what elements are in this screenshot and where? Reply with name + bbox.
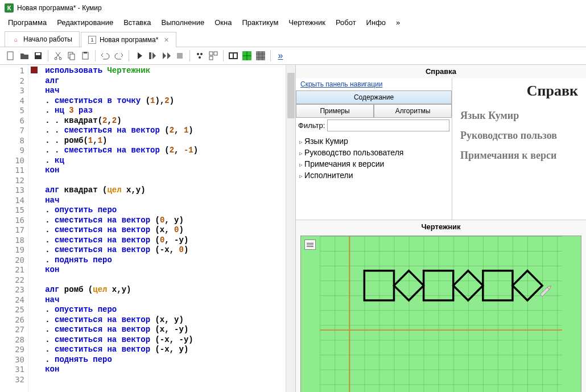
grid-green-button[interactable] [241, 49, 253, 62]
nav-tab-algorithms[interactable]: Алгоритмы [374, 104, 452, 118]
titlebar: К Новая программа* - Кумир [0, 0, 586, 16]
redo-button[interactable] [113, 49, 125, 62]
toolbar: » [0, 47, 586, 65]
menu-windows[interactable]: Окна [214, 18, 232, 27]
save-button[interactable] [32, 49, 44, 62]
paste-button[interactable] [79, 49, 92, 62]
menu-insert[interactable]: Вставка [123, 18, 151, 27]
undo-button[interactable] [99, 49, 112, 62]
svg-point-12 [200, 53, 203, 55]
nav-tab-contents[interactable]: Содержание [296, 90, 452, 104]
menu-robot[interactable]: Робот [336, 18, 356, 27]
tab-start[interactable]: ⌂ Начало работы [5, 31, 80, 47]
copy-button[interactable] [65, 49, 78, 62]
menu-practicum[interactable]: Практикум [242, 18, 278, 27]
help-link[interactable]: Язык Кумир [460, 110, 578, 122]
home-icon: ⌂ [12, 35, 20, 43]
menu-info[interactable]: Инфо [366, 18, 386, 27]
svg-rect-9 [149, 52, 151, 59]
app-icon: К [5, 3, 14, 13]
menu-drafter[interactable]: Чертежник [288, 18, 325, 27]
tab-label: Начало работы [23, 35, 72, 43]
breakpoint-button[interactable] [193, 49, 206, 62]
svg-rect-21 [256, 51, 265, 60]
menu-edit[interactable]: Редактирование [57, 18, 113, 27]
nav-tab-examples[interactable]: Примеры [296, 104, 374, 118]
new-button[interactable] [5, 49, 17, 62]
filter-input[interactable] [327, 119, 449, 131]
tab-new-program[interactable]: 1 Новая программа* × [81, 32, 176, 47]
svg-point-13 [199, 56, 201, 59]
help-panel-title: Справка [296, 65, 586, 78]
menu-run[interactable]: Выполнение [161, 18, 204, 27]
menu-more[interactable]: » [396, 18, 400, 27]
menu-program[interactable]: Программа [8, 18, 47, 27]
close-icon[interactable]: × [164, 35, 168, 44]
vertical-scrollbar[interactable] [286, 65, 295, 392]
drawer-canvas[interactable] [300, 236, 581, 392]
help-tree: Язык Кумир Руководство пользователя Прим… [296, 133, 452, 183]
svg-rect-16 [209, 56, 213, 60]
step-into-button[interactable] [160, 49, 172, 62]
step-button[interactable] [146, 49, 159, 62]
tree-item[interactable]: Язык Кумир [299, 135, 448, 147]
code-editor[interactable]: 1234567891011121314151617181920212223242… [0, 65, 296, 392]
svg-rect-18 [230, 53, 233, 58]
canvas-menu-button[interactable] [304, 240, 316, 250]
svg-rect-10 [177, 53, 183, 59]
svg-point-11 [197, 53, 199, 55]
code-area[interactable]: использовать Чертежник алг нач . сместит… [28, 65, 295, 392]
svg-rect-19 [234, 53, 237, 58]
document-icon: 1 [88, 36, 96, 44]
stop-button[interactable] [174, 49, 186, 62]
menubar: Программа Редактирование Вставка Выполне… [0, 16, 586, 31]
tab-label: Новая программа* [100, 36, 159, 44]
drawer-title: Чертежник [296, 220, 586, 233]
layout-button[interactable] [207, 49, 220, 62]
hide-nav-link[interactable]: Скрыть панель навигации [296, 78, 452, 90]
document-tabs: ⌂ Начало работы 1 Новая программа* × [0, 31, 586, 47]
cut-button[interactable] [52, 49, 64, 62]
svg-rect-14 [209, 52, 213, 55]
help-heading: Справк [460, 82, 578, 100]
grid-gray-button[interactable] [254, 49, 267, 62]
help-navigation: Скрыть панель навигации Содержание Приме… [296, 78, 452, 220]
drawing-grid [301, 236, 581, 392]
svg-rect-23 [320, 236, 562, 392]
tree-item[interactable]: Исполнители [299, 170, 448, 181]
svg-rect-0 [7, 52, 13, 60]
svg-rect-6 [70, 54, 75, 60]
svg-rect-15 [214, 52, 217, 55]
svg-rect-8 [84, 52, 87, 53]
counter-button[interactable] [227, 49, 240, 62]
settings-link[interactable]: » [274, 49, 287, 62]
window-title: Новая программа* - Кумир [17, 4, 102, 12]
help-link[interactable]: Руководство пользов [460, 130, 578, 142]
svg-rect-2 [36, 53, 40, 55]
filter-label: Фильтр: [298, 121, 325, 130]
open-button[interactable] [18, 49, 31, 62]
line-numbers: 1234567891011121314151617181920212223242… [0, 65, 28, 392]
help-content: Справк Язык Кумир Руководство пользов Пр… [452, 78, 586, 220]
tree-item[interactable]: Руководство пользователя [299, 147, 448, 158]
run-button[interactable] [133, 49, 145, 62]
tree-item[interactable]: Примечания к версии [299, 158, 448, 170]
help-link[interactable]: Примечания к верси [460, 150, 578, 162]
